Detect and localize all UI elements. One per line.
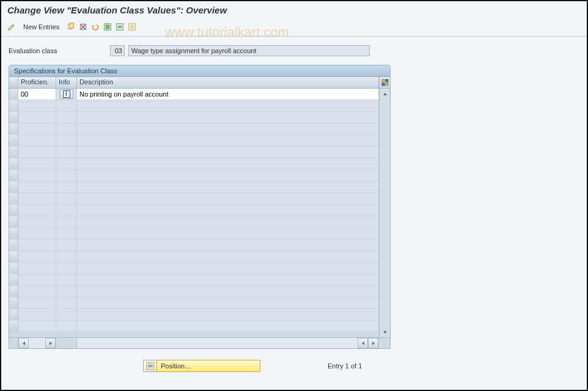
svg-rect-20 — [386, 83, 388, 86]
svg-rect-19 — [382, 83, 384, 86]
table-row[interactable] — [9, 228, 379, 239]
table-settings-icon[interactable] — [379, 77, 390, 88]
svg-rect-18 — [386, 79, 388, 82]
svg-rect-22 — [148, 364, 153, 365]
svg-rect-11 — [118, 26, 122, 27]
position-icon — [143, 360, 156, 372]
table-row[interactable] — [9, 123, 379, 135]
svg-rect-12 — [118, 28, 122, 29]
info-button[interactable]: i — [60, 89, 73, 99]
table-row[interactable] — [9, 100, 379, 112]
pencil-icon[interactable] — [6, 21, 17, 32]
cell-info: i — [56, 89, 77, 100]
svg-rect-7 — [106, 26, 110, 27]
scroll-right-icon[interactable] — [368, 338, 378, 348]
table-row[interactable] — [9, 158, 379, 170]
scroll-right-icon[interactable] — [45, 338, 56, 348]
select-all-icon[interactable] — [102, 21, 113, 32]
table-row[interactable] — [9, 112, 379, 123]
svg-rect-17 — [382, 79, 384, 82]
svg-rect-10 — [118, 25, 122, 26]
page-title: Change View "Evaluation Class Values": O… — [0, 0, 588, 19]
svg-rect-8 — [106, 28, 110, 29]
table-row[interactable] — [9, 309, 379, 321]
horizontal-scrollbar — [9, 337, 390, 348]
row-selector[interactable] — [9, 89, 18, 100]
table-row[interactable] — [9, 286, 379, 298]
svg-rect-15 — [130, 26, 134, 27]
form-area: Evaluation class Specifications for Eval… — [0, 37, 588, 354]
vertical-scrollbar[interactable] — [379, 89, 390, 337]
table-body: 00 i No printing on payroll account — [9, 89, 390, 337]
select-block-icon[interactable] — [114, 21, 125, 32]
entry-counter: Entry 1 of 1 — [328, 362, 362, 370]
svg-rect-1 — [70, 23, 74, 28]
table: Proficien. Info Description 00 i No prin… — [9, 77, 390, 348]
copy-icon[interactable] — [65, 21, 76, 32]
table-row[interactable] — [9, 135, 379, 147]
evaluation-class-code-field[interactable] — [110, 45, 125, 56]
table-row[interactable] — [9, 274, 379, 286]
table-row[interactable] — [9, 193, 379, 205]
scroll-left-icon[interactable] — [358, 338, 368, 348]
evaluation-class-desc-field[interactable] — [128, 45, 370, 56]
undo-icon[interactable] — [90, 21, 101, 32]
svg-rect-23 — [148, 365, 153, 367]
table-row[interactable] — [9, 216, 379, 228]
table-row[interactable] — [9, 321, 379, 332]
col-proficien-header[interactable]: Proficien. — [18, 77, 56, 88]
svg-rect-16 — [130, 28, 134, 29]
table-row[interactable] — [9, 263, 379, 274]
new-entries-button[interactable]: New Entries — [18, 22, 64, 32]
cell-description[interactable]: No printing on payroll account — [77, 89, 379, 100]
specifications-groupbox: Specifications for Evaluation Class Prof… — [9, 65, 391, 349]
scroll-up-icon[interactable] — [380, 89, 390, 99]
position-label: Position... — [156, 360, 260, 372]
table-row[interactable] — [9, 239, 379, 251]
table-row[interactable] — [9, 181, 379, 193]
groupbox-title: Specifications for Evaluation Class — [9, 65, 390, 77]
position-button[interactable]: Position... — [143, 360, 260, 372]
cell-proficien[interactable]: 00 — [18, 89, 56, 100]
svg-rect-24 — [148, 367, 153, 368]
table-header: Proficien. Info Description — [9, 77, 390, 89]
table-row[interactable] — [9, 205, 379, 216]
scroll-left-icon[interactable] — [18, 338, 29, 348]
svg-rect-6 — [106, 25, 110, 26]
svg-rect-14 — [130, 25, 134, 26]
table-row[interactable] — [9, 298, 379, 309]
table-row[interactable] — [9, 170, 379, 181]
table-row[interactable] — [9, 147, 379, 158]
col-description-header[interactable]: Description — [77, 77, 379, 88]
col-info-header[interactable]: Info — [56, 77, 77, 88]
toolbar: New Entries — [0, 19, 588, 37]
delete-icon[interactable] — [78, 21, 89, 32]
evaluation-class-label: Evaluation class — [9, 47, 106, 54]
table-row[interactable]: 00 i No printing on payroll account — [9, 89, 379, 100]
footer: Position... Entry 1 of 1 — [0, 354, 588, 378]
row-selector-header[interactable] — [9, 77, 18, 88]
scroll-down-icon[interactable] — [380, 327, 390, 337]
table-row[interactable] — [9, 251, 379, 263]
deselect-all-icon[interactable] — [127, 21, 138, 32]
evaluation-class-row: Evaluation class — [9, 45, 579, 56]
